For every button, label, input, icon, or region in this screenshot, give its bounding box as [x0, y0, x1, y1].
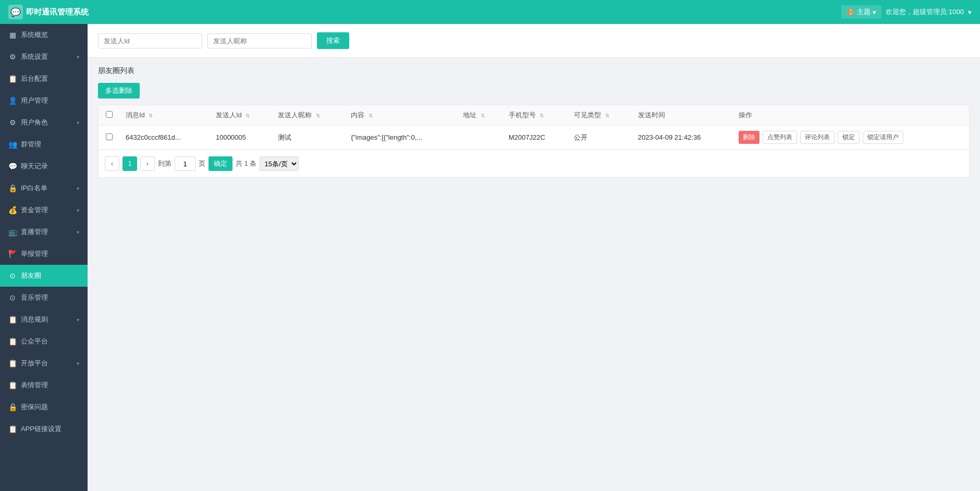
- sender-id-input[interactable]: [98, 33, 202, 48]
- sidebar-icon-finance: 💰: [8, 206, 17, 214]
- sidebar-item-moments[interactable]: ⊙ 朋友圈: [0, 265, 88, 287]
- cell-sender-id: 10000005: [210, 126, 272, 150]
- sidebar-label-user-role: 用户角色: [21, 118, 72, 127]
- sidebar-icon-chat-log: 💬: [8, 162, 17, 170]
- sidebar-item-user-role[interactable]: ⚙ 用户角色 ▾: [0, 112, 88, 133]
- sidebar-item-finance[interactable]: 💰 资金管理 ▾: [0, 199, 88, 221]
- row-checkbox-col: [99, 126, 119, 150]
- sidebar-icon-msg-rule: 📋: [8, 315, 17, 324]
- cell-phone-model: M2007J22C: [503, 126, 568, 150]
- total-text: 共 1 条: [236, 159, 256, 168]
- user-arrow-icon: ▾: [968, 8, 972, 16]
- sidebar-label-overview: 系统概览: [21, 30, 79, 40]
- cell-content: {"images":[{"length":0,...: [345, 126, 457, 150]
- main-content: 搜索 朋友圈列表 多选删除 消息Id ⇅ 发送人I: [88, 24, 980, 491]
- sidebar-item-backend[interactable]: 📋 后台配置: [0, 68, 88, 90]
- sender-name-input[interactable]: [207, 33, 312, 48]
- cell-msg-id: 6432c0cccf861d...: [119, 126, 210, 150]
- sidebar-item-report-mgmt[interactable]: 🚩 举报管理: [0, 243, 88, 265]
- like-list-button-0[interactable]: 点赞列表: [763, 131, 797, 144]
- sidebar: ▦ 系统概览 ⚙ 系统设置 ▾ 📋 后台配置 👤 用户管理 ⚙ 用户角色 ▾ 👥…: [0, 24, 88, 491]
- cell-visibility: 公开: [568, 126, 631, 150]
- sidebar-label-chat-log: 聊天记录: [21, 162, 79, 171]
- sidebar-label-group-mgmt: 群管理: [21, 140, 79, 149]
- sidebar-item-app-link[interactable]: 📋 APP链接设置: [0, 418, 88, 440]
- page-unit: 页: [199, 159, 205, 168]
- theme-icon: 🎨: [847, 8, 855, 16]
- sidebar-item-msg-rule[interactable]: 📋 消息规则 ▾: [0, 309, 88, 330]
- next-page-button[interactable]: ›: [140, 156, 155, 171]
- app-title: 即时通讯管理系统: [26, 7, 89, 17]
- select-all-col: [99, 105, 119, 126]
- sort-icon-address: ⇅: [481, 113, 485, 118]
- page-1-button[interactable]: 1: [123, 156, 137, 171]
- delete-button-0[interactable]: 删除: [739, 131, 760, 144]
- col-address: 地址 ⇅: [457, 105, 503, 126]
- sidebar-icon-open-platform: 📋: [8, 359, 17, 367]
- sidebar-icon-security-question: 🔒: [8, 403, 17, 411]
- goto-label: 到第: [158, 159, 172, 168]
- sidebar-label-msg-rule: 消息规则: [21, 315, 72, 324]
- sidebar-label-music-mgmt: 音乐管理: [21, 293, 79, 302]
- sidebar-item-open-platform[interactable]: 📋 开放平台 ▾: [0, 352, 88, 374]
- col-sender-name: 发送人昵称 ⇅: [272, 105, 345, 126]
- sort-icon-phone-model: ⇅: [540, 113, 544, 118]
- sidebar-label-security-question: 密保问题: [21, 402, 79, 412]
- header-right: 🎨 主题 ▾ 欢迎您，超级管理员:1000 ▾: [841, 5, 972, 19]
- logo-icon: 💬: [8, 5, 23, 19]
- sidebar-item-group-mgmt[interactable]: 👥 群管理: [0, 133, 88, 155]
- per-page-select[interactable]: 15条/页 30条/页 50条/页: [260, 156, 299, 171]
- col-msg-id: 消息Id ⇅: [119, 105, 210, 126]
- sidebar-icon-report-mgmt: 🚩: [8, 250, 17, 258]
- sidebar-icon-emoji-mgmt: 📋: [8, 381, 17, 389]
- sidebar-label-moments: 朋友圈: [21, 271, 79, 280]
- page-title: 朋友圈列表: [98, 66, 970, 76]
- logo: 💬 即时通讯管理系统: [8, 5, 89, 19]
- lock-button-0[interactable]: 锁定: [838, 131, 860, 144]
- comment-list-button-0[interactable]: 评论列表: [800, 131, 835, 144]
- sidebar-label-user-mgmt: 用户管理: [21, 96, 79, 105]
- sidebar-arrow-open-platform: ▾: [77, 361, 79, 366]
- sort-icon-content: ⇅: [369, 113, 373, 118]
- sidebar-label-emoji-mgmt: 表情管理: [21, 380, 79, 390]
- batch-delete-button[interactable]: 多选删除: [98, 83, 140, 99]
- prev-page-button[interactable]: ‹: [105, 156, 119, 171]
- row-checkbox-0[interactable]: [106, 133, 113, 140]
- sidebar-item-music-mgmt[interactable]: ⊙ 音乐管理: [0, 287, 88, 309]
- sidebar-item-public-platform[interactable]: 📋 公众平台: [0, 330, 88, 352]
- sidebar-label-app-link: APP链接设置: [21, 424, 79, 434]
- table-row: 6432c0cccf861d... 10000005 测试 {"images":…: [99, 126, 969, 150]
- sidebar-item-emoji-mgmt[interactable]: 📋 表情管理: [0, 374, 88, 396]
- sidebar-icon-music-mgmt: ⊙: [8, 293, 17, 302]
- sidebar-item-security-question[interactable]: 🔒 密保问题: [0, 396, 88, 418]
- theme-button[interactable]: 🎨 主题 ▾: [841, 5, 881, 19]
- sidebar-arrow-user-role: ▾: [77, 120, 79, 126]
- sidebar-item-live-mgmt[interactable]: 📺 直播管理 ▾: [0, 221, 88, 243]
- col-action: 操作: [732, 105, 969, 126]
- sidebar-item-ip-whitelist[interactable]: 🔒 IP白名单 ▾: [0, 177, 88, 199]
- sort-icon-msg-id: ⇅: [149, 113, 153, 118]
- goto-page-input[interactable]: [175, 156, 195, 171]
- search-button[interactable]: 搜索: [317, 32, 349, 49]
- sidebar-label-backend: 后台配置: [21, 74, 79, 83]
- sidebar-item-overview[interactable]: ▦ 系统概览: [0, 24, 88, 46]
- sidebar-icon-settings: ⚙: [8, 53, 17, 61]
- sidebar-item-chat-log[interactable]: 💬 聊天记录: [0, 155, 88, 177]
- sidebar-label-public-platform: 公众平台: [21, 337, 79, 346]
- table-header-row: 消息Id ⇅ 发送人Id ⇅ 发送人昵称 ⇅ 内容 ⇅ 地址 ⇅ 手机型号 ⇅ …: [99, 105, 969, 126]
- sidebar-icon-app-link: 📋: [8, 425, 17, 433]
- sidebar-icon-backend: 📋: [8, 75, 17, 83]
- sort-icon-sender-name: ⇅: [316, 113, 320, 118]
- goto-confirm-button[interactable]: 确定: [209, 156, 232, 171]
- sidebar-label-live-mgmt: 直播管理: [21, 227, 72, 237]
- layout: ▦ 系统概览 ⚙ 系统设置 ▾ 📋 后台配置 👤 用户管理 ⚙ 用户角色 ▾ 👥…: [0, 24, 980, 491]
- sidebar-arrow-settings: ▾: [77, 54, 79, 60]
- sidebar-item-user-mgmt[interactable]: 👤 用户管理: [0, 90, 88, 112]
- sidebar-icon-ip-whitelist: 🔒: [8, 184, 17, 192]
- sidebar-icon-public-platform: 📋: [8, 337, 17, 346]
- lock-user-button-0[interactable]: 锁定读用户: [863, 131, 903, 144]
- data-table: 消息Id ⇅ 发送人Id ⇅ 发送人昵称 ⇅ 内容 ⇅ 地址 ⇅ 手机型号 ⇅ …: [98, 105, 970, 178]
- sidebar-item-settings[interactable]: ⚙ 系统设置 ▾: [0, 46, 88, 68]
- sidebar-label-report-mgmt: 举报管理: [21, 249, 79, 259]
- select-all-checkbox[interactable]: [106, 111, 113, 118]
